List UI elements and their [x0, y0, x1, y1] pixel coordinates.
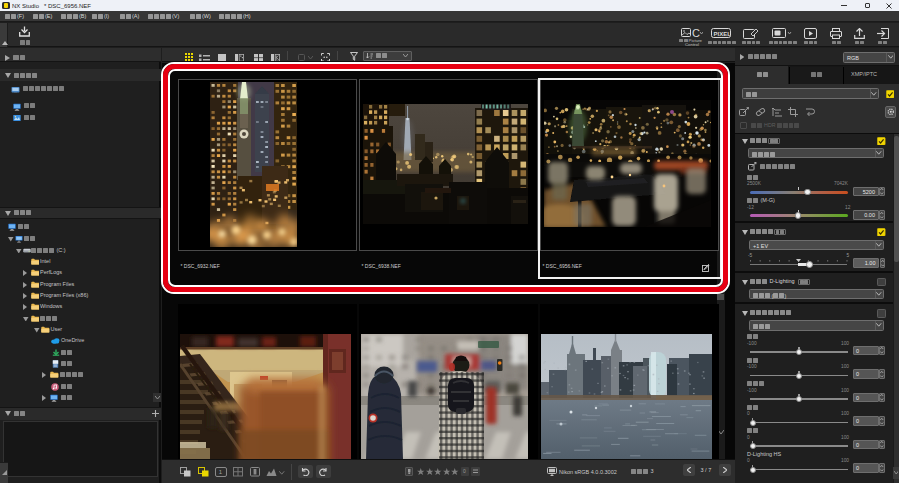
svg-text:PIXEL: PIXEL: [714, 30, 732, 36]
